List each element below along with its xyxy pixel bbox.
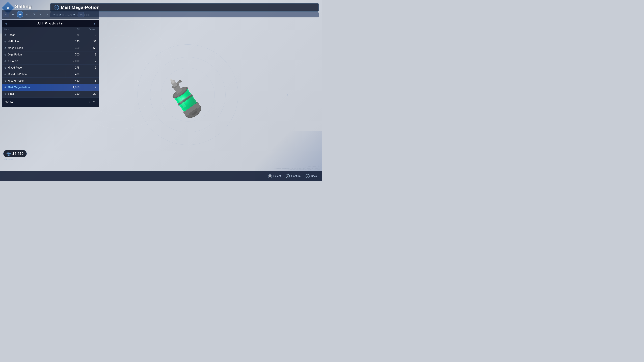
tab-potion[interactable]: ⊙ <box>24 12 30 17</box>
item-type-icon: ⊕ <box>4 79 6 82</box>
item-name-text: Giga-Potion <box>8 53 22 56</box>
copyright-text: © SQUARE ENIX CHARACTER DESIGN: TETSUYA … <box>274 166 320 171</box>
action-select: Select <box>268 174 281 178</box>
product-name: ⊕Mega-Potion <box>4 46 59 50</box>
tab-next[interactable]: ▸▸ <box>71 12 77 17</box>
item-name-text: X-Potion <box>8 60 18 63</box>
item-type-icon: ⊕ <box>4 73 6 76</box>
back-label: Back <box>311 175 317 178</box>
product-name: ⊕Ether <box>4 92 59 95</box>
select-button-icon <box>268 174 272 178</box>
back-button-icon: ○ <box>306 174 310 178</box>
currency-amount: 14,450 <box>12 151 24 156</box>
product-name: ⊕Mist Hi-Potion <box>4 79 59 82</box>
shop-title: Selling <box>15 4 41 9</box>
item-preview <box>54 22 322 168</box>
tab-item2[interactable]: ❐ <box>31 12 37 17</box>
tab-prev[interactable]: ◂◂ <box>10 12 16 17</box>
item-type-icon: ⊕ <box>4 86 6 89</box>
tab-item5[interactable]: ⊜ <box>51 12 57 17</box>
currency-label: Sell items. <box>3 158 27 161</box>
item-type-icon: ⊕ <box>4 60 6 62</box>
item-type-icon: ⊕ <box>4 92 6 95</box>
svg-point-1 <box>8 153 9 154</box>
tab-l2[interactable]: L2 <box>3 12 9 17</box>
category-tabs: L2 ◂◂ All ⊙ ❐ ⚙ ✎ ⊜ ✂ ↻ ▸▸ R2 <box>2 10 99 19</box>
header-icon-symbol: ◈ <box>6 6 10 10</box>
tab-all[interactable]: All <box>16 11 23 18</box>
select-label: Select <box>273 175 281 178</box>
currency-icon <box>6 152 10 156</box>
product-name: ⊕Mixed Hi-Potion <box>4 73 59 76</box>
product-name: ⊕X-Potion <box>4 60 59 63</box>
tab-item6[interactable]: ✂ <box>58 12 64 17</box>
header-deco-left: ◈ <box>5 22 7 25</box>
item-type-icon: ⊕ <box>4 34 6 36</box>
item-name: Mist Mega-Potion <box>61 5 100 10</box>
confirm-label: Confirm <box>291 175 300 178</box>
item-name-text: Mixed Potion <box>8 66 23 69</box>
item-icon-symbol: ⊙ <box>55 6 57 9</box>
item-type-icon: ⊕ <box>4 47 6 49</box>
confirm-button-icon: ✕ <box>286 174 290 178</box>
action-back[interactable]: ○ Back <box>306 174 317 178</box>
tab-item3[interactable]: ⚙ <box>38 12 44 17</box>
item-type-icon: ⊕ <box>4 40 6 43</box>
item-name-text: Mixed Hi-Potion <box>8 73 27 76</box>
select-icon-svg <box>269 175 271 177</box>
action-confirm[interactable]: ✕ Confirm <box>286 174 300 178</box>
crosshair <box>286 93 288 97</box>
col-item-header: Item <box>4 28 59 31</box>
tab-item7[interactable]: ↻ <box>64 12 70 17</box>
gil-icon-svg <box>7 152 10 155</box>
tab-item4[interactable]: ✎ <box>44 12 50 17</box>
item-type-icon: ⊕ <box>4 53 6 56</box>
item-type-icon: ⊕ <box>4 66 6 69</box>
product-name: ⊕Mixed Potion <box>4 66 59 69</box>
potion-image <box>158 65 217 124</box>
item-icon: ⊙ <box>54 5 59 10</box>
bottom-bar: Select ✕ Confirm ○ Back <box>0 171 322 181</box>
item-name-text: Ether <box>8 92 14 95</box>
item-name-text: Hi-Potion <box>8 40 19 43</box>
tab-r2[interactable]: R2 <box>78 12 84 17</box>
product-name: ⊕Potion <box>4 33 59 36</box>
item-name-text: Mist Hi-Potion <box>8 79 24 82</box>
item-name-text: Mist Mega-Potion <box>8 86 30 89</box>
currency-display: 14,450 Sell items. <box>3 150 27 161</box>
item-name-text: Potion <box>8 33 15 36</box>
potion-svg <box>153 60 223 130</box>
product-name: ⊕Hi-Potion <box>4 40 59 43</box>
product-name: ⊕Giga-Potion <box>4 53 59 56</box>
currency-badge: 14,450 <box>3 150 27 157</box>
item-name-text: Mega-Potion <box>8 46 23 50</box>
total-label: Total <box>5 100 14 104</box>
product-name: ⊕Mist Mega-Potion <box>4 86 59 89</box>
